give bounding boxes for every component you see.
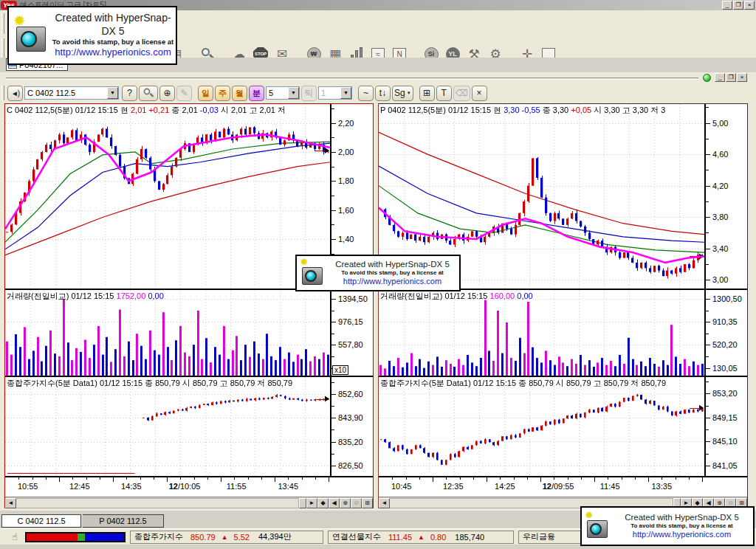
time-label: 10:55 (18, 482, 38, 491)
announce-icon[interactable]: ◄) (7, 86, 23, 101)
volume-pane-header: 거래량(전일비교) 01/12 15:15 1752,00 0,00 (7, 291, 164, 302)
status-stock-label: 우리금융 (523, 531, 555, 542)
volume-pane-axis-label: 910,35 (712, 317, 738, 326)
index-pane-plot: 종합주가지수(5분 Data1) 01/12 15:15 종 850,79 시 … (379, 377, 704, 476)
toolbar-grip[interactable] (1, 13, 4, 34)
volume-pane-axis-label: 130,05 (712, 364, 738, 373)
tick-button[interactable]: 틱 (301, 86, 317, 101)
mdi-close-button[interactable]: × (737, 73, 747, 82)
watermark-link[interactable]: http://www.hyperionics.com (611, 530, 753, 540)
status-futures-label: 연결선물지수 (332, 531, 381, 542)
zoom-in-icon[interactable]: ⊕ (340, 498, 351, 508)
chart-toolbar-grip[interactable] (1, 86, 4, 100)
time-label: 13:45 (278, 482, 298, 491)
scroll-left-button[interactable]: ◄ (379, 498, 390, 508)
put-option-panel[interactable]: P 0402 112,5(5분) 01/12 15:15 현 3,30 -0,5… (378, 103, 748, 508)
price-pane-axis-label: 2,00 (338, 148, 354, 156)
status-futures-volume: 185,740 (455, 533, 484, 542)
chevron-down-icon[interactable]: ▼ (288, 87, 299, 99)
minute-combo-value: 5 (267, 89, 288, 97)
crosshair-icon[interactable]: ⊕ (159, 86, 175, 101)
camera-icon: ✹ (12, 13, 50, 58)
application-window: Yes 예스트레이딩 고급 [차트5] _ ❐ × 차트1 ▼ ▤☁STOP✉₩… (0, 0, 756, 549)
scroll-thumb[interactable] (299, 498, 306, 508)
close-button[interactable]: × (744, 1, 755, 10)
price-pane-header: P 0402 112,5(5분) 01/12 15:15 현 3,30 -0,5… (380, 105, 665, 116)
status-kospi-label: 종합주가지수 (134, 531, 183, 542)
time-axis: 10:5512:4514:3512/10:0511:5513:45 (5, 477, 373, 497)
price-pane-axis-label: 1,60 (338, 206, 354, 215)
price-pane-axis-label: 3,80 (712, 213, 728, 221)
watermark-link[interactable]: http://www.hyperionics.com (326, 277, 459, 287)
signal-button[interactable]: Sg ▼ (392, 86, 413, 101)
mdi-restore-button[interactable]: ❐ (726, 73, 736, 82)
grid-layout-icon[interactable]: ⊞ (419, 86, 435, 101)
period-minute-button[interactable]: 분 (249, 86, 264, 101)
zoom-out-icon[interactable]: ⊖ (351, 498, 362, 508)
symbol-combo[interactable]: C 0402 112.5 ▼ (24, 86, 119, 100)
zoom-icon[interactable] (139, 86, 158, 101)
time-label: 14:35 (121, 482, 142, 491)
price-pane-axis-label: 5,00 (712, 119, 728, 128)
period-month-button[interactable]: 월 (232, 86, 247, 101)
volume-pane-axis-label: 1394,50 (338, 294, 368, 303)
splitter-groove[interactable] (6, 77, 698, 80)
volume-pane-axis-label: 520,20 (712, 340, 738, 349)
price-pane-axis-label: 3,00 (712, 275, 728, 284)
chevron-down-icon[interactable]: ▼ (340, 87, 351, 99)
restore-button[interactable]: ❐ (733, 1, 743, 10)
call-option-panel[interactable]: C 0402 112,5(5분) 01/12 15:15 현 2,01 +0,2… (4, 103, 374, 508)
status-futures[interactable]: 연결선물지수 111.45 ▲ 0.80 185,740 (328, 531, 514, 544)
status-futures-value: 111.45 (388, 533, 412, 542)
index-pane-axis-label: 843,90 (338, 413, 363, 422)
text-tool-button[interactable]: T (436, 86, 452, 101)
index-pane-axis-label: 845,10 (712, 437, 738, 446)
watermark-link[interactable]: http://www.hyperionics.com (50, 46, 176, 58)
compress-bars-icon[interactable]: ◀ (329, 498, 340, 508)
status-kospi[interactable]: 종합주가지수 850.79 ▲ 5.52 44,394만 (130, 531, 323, 544)
tab-put-option[interactable]: P 0402 112.5 (83, 514, 164, 528)
hypersnap-watermark: ✹ Created with HyperSnap-DX 5 To avoid t… (295, 255, 461, 291)
symbol-combo-value: C 0402 112.5 (25, 89, 107, 97)
hand-icon[interactable]: ☝ (9, 531, 21, 543)
index-pane-axis-label: 849,15 (712, 413, 738, 422)
scroll-track[interactable] (16, 498, 299, 508)
scroll-left-button[interactable]: ◄ (5, 498, 16, 508)
time-label: 11:55 (227, 482, 247, 491)
magnifier-icon (142, 87, 154, 99)
help-button[interactable]: ? (122, 86, 137, 101)
pencil-icon[interactable]: ✎ (176, 86, 192, 101)
gauge-advancers (27, 534, 78, 541)
period-day-button[interactable]: 일 (198, 86, 213, 101)
mdi-minimize-button[interactable]: _ (715, 73, 725, 82)
chart-scrollbar: ◄►◆◀⊕⊖⊞ (5, 497, 373, 508)
fit-icon[interactable]: ⊞ (362, 498, 373, 508)
watermark-line1: Created with HyperSnap-DX 5 (50, 12, 176, 38)
index-pane-header: 종합주가지수(5분 Data1) 01/12 15:15 종 850,79 시 … (380, 378, 666, 389)
time-label: 10:45 (391, 482, 412, 491)
camera-icon: ✹ (299, 258, 326, 288)
hypersnap-watermark: ✹ Created with HyperSnap-DX 5 To avoid t… (580, 506, 755, 546)
tab-call-option[interactable]: C 0402 112.5 (1, 514, 81, 528)
tick-combo-value: 1 (319, 89, 340, 97)
scroll-right-button[interactable]: ► (306, 498, 317, 508)
expand-bars-icon[interactable]: ◆ (317, 498, 329, 508)
chevron-down-icon[interactable]: ▼ (107, 87, 118, 99)
time-label: 12:45 (69, 482, 90, 491)
up-arrow-icon: ▲ (221, 534, 228, 541)
period-week-button[interactable]: 주 (215, 86, 230, 101)
minimize-button[interactable]: _ (722, 1, 732, 10)
price-pane-axis-label: 3,40 (712, 244, 728, 253)
price-pane-axis: 5,004,604,203,803,403,00 (704, 104, 747, 289)
line-style-icon[interactable]: ~ (358, 86, 374, 101)
price-pane-axis-label: 1,40 (338, 235, 354, 244)
eraser-icon[interactable]: ⌫ (453, 86, 470, 101)
volume-pane-axis: 1300,50910,35520,20130,05 (704, 290, 747, 376)
tick-combo[interactable]: 1 ▼ (318, 86, 352, 100)
price-pane-axis-label: 2,20 (338, 119, 354, 128)
index-pane-axis-label: 853,20 (712, 389, 738, 398)
minute-combo[interactable]: 5 ▼ (266, 86, 300, 100)
chart-close-button[interactable]: × (472, 86, 487, 101)
sort-icon[interactable]: t↓ (375, 86, 391, 101)
status-kospi-change: 5.52 (234, 533, 250, 542)
